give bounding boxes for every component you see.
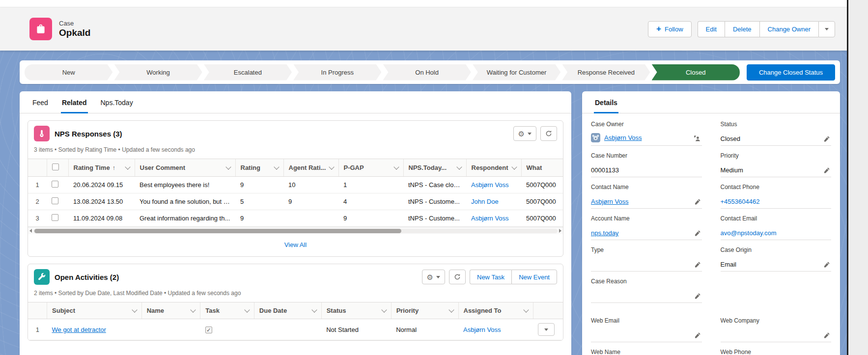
cell-rating: 9: [235, 177, 283, 193]
more-actions-button[interactable]: [818, 21, 835, 37]
edit-icon[interactable]: [823, 332, 830, 339]
col-rating[interactable]: Rating: [235, 159, 283, 177]
stage-closed-current[interactable]: Closed: [652, 64, 740, 81]
stage-working[interactable]: Working: [114, 64, 202, 81]
nps-list-settings-button[interactable]: ⚙: [513, 126, 536, 141]
chevron-down-icon[interactable]: [125, 164, 130, 169]
edit-icon[interactable]: [694, 230, 701, 237]
activities-refresh-button[interactable]: [449, 270, 466, 284]
edit-icon[interactable]: [823, 261, 830, 268]
assigned-to-link[interactable]: Asbjørn Voss: [463, 326, 501, 333]
refresh-icon: [545, 130, 552, 137]
chevron-down-icon[interactable]: [329, 164, 335, 169]
new-event-button[interactable]: New Event: [511, 270, 557, 284]
col-nps-today[interactable]: NPS.Today...: [403, 159, 466, 177]
chevron-down-icon[interactable]: [523, 307, 529, 312]
open-activities-table: Subject Name Task Due Date Status Priori…: [28, 302, 563, 340]
col-p-gap[interactable]: P-GAP: [338, 159, 403, 177]
stage-on-hold[interactable]: On Hold: [383, 64, 471, 81]
cell-p-gap: 1: [338, 177, 403, 193]
contact-name-link[interactable]: Asbjørn Voss: [591, 198, 629, 205]
contact-email-link[interactable]: avo@npstoday.com: [721, 229, 777, 237]
col-priority[interactable]: Priority: [391, 302, 458, 319]
follow-label: Follow: [665, 26, 683, 33]
cell-select: [47, 193, 68, 210]
nps-refresh-button[interactable]: [540, 126, 557, 141]
activities-list-settings-button[interactable]: ⚙: [422, 270, 445, 284]
col-assigned-to[interactable]: Assigned To: [458, 302, 533, 319]
case-owner-link[interactable]: Asbjørn Voss: [604, 134, 642, 141]
chevron-down-icon[interactable]: [511, 164, 517, 169]
stage-waiting-for-customer[interactable]: Waiting for Customer: [473, 64, 560, 81]
scroll-left-arrow-icon[interactable]: [29, 229, 32, 233]
stage-new[interactable]: New: [25, 64, 112, 81]
chevron-down-icon[interactable]: [132, 307, 137, 312]
chevron-down-icon[interactable]: [191, 307, 196, 312]
col-label: Subject: [52, 307, 75, 314]
scrollbar-track[interactable]: [33, 229, 558, 233]
activities-new-buttons: New Task New Event: [470, 270, 557, 284]
select-all-checkbox[interactable]: [52, 164, 59, 170]
col-label: Due Date: [259, 307, 287, 314]
scroll-right-arrow-icon[interactable]: [559, 229, 561, 233]
row-actions-button[interactable]: [538, 323, 555, 336]
field-contact-phone: Contact Phone +4553604462: [721, 184, 832, 209]
tab-related[interactable]: Related: [55, 91, 94, 113]
col-due-date[interactable]: Due Date: [254, 302, 321, 319]
chevron-down-icon[interactable]: [456, 164, 462, 169]
edit-icon[interactable]: [694, 198, 701, 205]
edit-icon[interactable]: [823, 136, 830, 142]
stage-escalated[interactable]: Escalated: [204, 64, 292, 81]
respondent-link[interactable]: John Doe: [471, 198, 499, 205]
col-subject[interactable]: Subject: [47, 302, 142, 319]
col-label: P-GAP: [344, 164, 364, 171]
edit-icon[interactable]: [694, 261, 701, 268]
field-contact-email: Contact Email avo@npstoday.com: [721, 215, 832, 240]
new-task-button[interactable]: New Task: [470, 270, 511, 284]
stage-in-progress[interactable]: In Progress: [293, 64, 381, 81]
chevron-down-icon[interactable]: [225, 164, 231, 169]
edit-icon[interactable]: [694, 332, 701, 339]
follow-button[interactable]: + Follow: [648, 21, 692, 37]
contact-phone-link[interactable]: +4553604462: [721, 198, 760, 205]
delete-button[interactable]: Delete: [725, 21, 759, 37]
edit-button[interactable]: Edit: [698, 21, 725, 37]
nps-list-meta: 3 items • Sorted by Rating Time • Update…: [34, 146, 557, 159]
chevron-down-icon[interactable]: [244, 307, 250, 312]
subject-link[interactable]: We got at detractor: [52, 326, 106, 333]
col-what[interactable]: What: [521, 159, 563, 177]
edit-icon[interactable]: [694, 293, 701, 300]
scrollbar-thumb[interactable]: [34, 229, 401, 233]
chevron-down-icon[interactable]: [311, 307, 317, 312]
chevron-down-icon[interactable]: [448, 307, 454, 312]
respondent-link[interactable]: Asbjørn Voss: [471, 215, 509, 222]
view-all-link[interactable]: View All: [284, 241, 307, 248]
chevron-down-icon[interactable]: [381, 307, 387, 312]
chevron-down-icon[interactable]: [393, 164, 399, 169]
col-user-comment[interactable]: User Comment: [135, 159, 235, 177]
tab-details[interactable]: Details: [588, 91, 624, 113]
row-checkbox[interactable]: [52, 181, 58, 188]
edit-icon[interactable]: [823, 167, 830, 174]
change-owner-icon[interactable]: [694, 135, 701, 142]
tab-npstoday[interactable]: Nps.Today: [94, 91, 140, 113]
respondent-link[interactable]: Asbjørn Voss: [471, 181, 509, 189]
row-checkbox[interactable]: [52, 197, 58, 204]
task-checkbox-checked[interactable]: [205, 327, 212, 333]
col-name[interactable]: Name: [141, 302, 200, 319]
col-respondent[interactable]: Respondent: [466, 159, 521, 177]
account-name-link[interactable]: nps.today: [591, 229, 618, 237]
change-owner-button[interactable]: Change Owner: [759, 21, 818, 37]
col-rating-time[interactable]: Rating Time↑: [68, 159, 135, 177]
stage-response-received[interactable]: Response Received: [562, 64, 650, 81]
tab-feed[interactable]: Feed: [26, 91, 55, 113]
chevron-down-icon[interactable]: [274, 164, 279, 169]
nps-responses-card: NPS Responses (3) ⚙: [28, 120, 563, 257]
cell-agent-rating: [283, 210, 338, 227]
change-closed-status-button[interactable]: Change Closed Status: [747, 64, 835, 81]
col-task[interactable]: Task: [200, 302, 254, 319]
col-status[interactable]: Status: [321, 302, 391, 319]
horizontal-scrollbar[interactable]: [28, 227, 563, 234]
row-checkbox[interactable]: [52, 214, 58, 221]
col-agent-rating[interactable]: Agent Rati...: [283, 159, 338, 177]
